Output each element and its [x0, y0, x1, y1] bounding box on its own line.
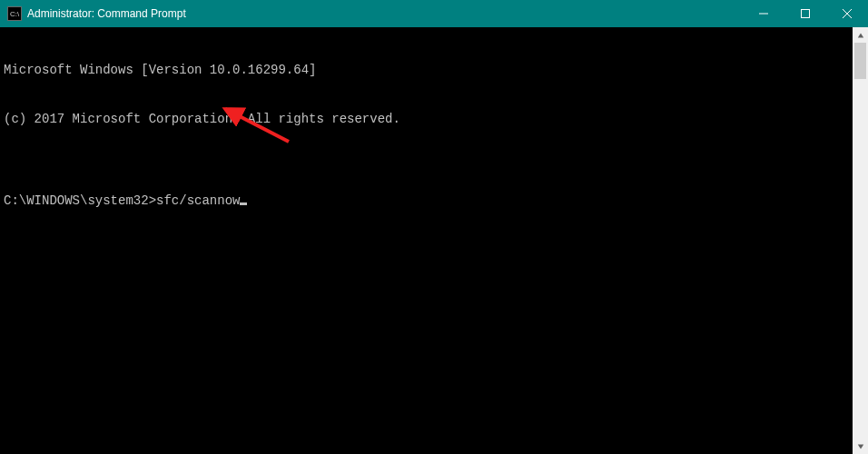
- window-controls: [743, 0, 868, 27]
- scroll-track[interactable]: [853, 43, 868, 439]
- close-icon: [843, 9, 852, 18]
- minimize-icon: [759, 9, 768, 18]
- chevron-up-icon: [857, 32, 864, 39]
- svg-marker-7: [857, 444, 863, 449]
- command-prompt-window: C:\ Administrator: Command Prompt Micros…: [0, 0, 868, 454]
- copyright-line: (c) 2017 Microsoft Corporation. All righ…: [4, 111, 849, 127]
- version-line: Microsoft Windows [Version 10.0.16299.64…: [4, 62, 849, 78]
- maximize-icon: [801, 9, 810, 18]
- app-icon: C:\: [7, 6, 22, 21]
- scroll-up-button[interactable]: [853, 27, 868, 43]
- svg-marker-6: [857, 33, 863, 37]
- terminal-output[interactable]: Microsoft Windows [Version 10.0.16299.64…: [0, 27, 853, 454]
- client-area: Microsoft Windows [Version 10.0.16299.64…: [0, 27, 868, 454]
- scroll-thumb[interactable]: [854, 43, 866, 79]
- scroll-down-button[interactable]: [853, 439, 868, 454]
- maximize-button[interactable]: [784, 0, 826, 27]
- prompt-path: C:\WINDOWS\system32>: [4, 193, 156, 208]
- window-title: Administrator: Command Prompt: [27, 7, 186, 20]
- prompt-line: C:\WINDOWS\system32>sfc/scannow: [4, 192, 849, 209]
- typed-command: sfc/scannow: [156, 193, 240, 208]
- svg-rect-1: [802, 10, 810, 18]
- vertical-scrollbar[interactable]: [853, 27, 868, 454]
- chevron-down-icon: [857, 443, 864, 450]
- titlebar[interactable]: C:\ Administrator: Command Prompt: [0, 0, 868, 27]
- minimize-button[interactable]: [743, 0, 784, 27]
- text-cursor: [240, 202, 247, 205]
- close-button[interactable]: [826, 0, 868, 27]
